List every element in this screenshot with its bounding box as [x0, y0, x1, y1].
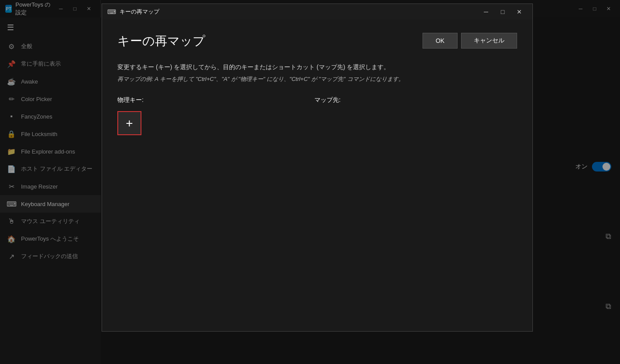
- physical-key-label: 物理キー:: [117, 96, 301, 104]
- modal-minimize-button[interactable]: ─: [478, 6, 494, 18]
- modal-header: キーの再マップ OK キャンセル: [117, 33, 517, 49]
- physical-key-column: 物理キー: +: [117, 96, 301, 135]
- modal-titlebar-left: ⌨ キーの再マップ: [107, 8, 159, 16]
- modal-action-buttons: OK キャンセル: [423, 33, 517, 49]
- modal-titlebar: ⌨ キーの再マップ ─ □ ✕: [102, 4, 532, 20]
- modal-example: 再マップの例: A キーを押して "Ctrl+C"、"A" が "物理キー" に…: [117, 75, 517, 83]
- modal-description: 変更するキー (キー) を選択してから、目的のキーまたはショートカット (マップ…: [117, 63, 517, 72]
- modal-close-button[interactable]: ✕: [511, 6, 527, 18]
- cancel-button[interactable]: キャンセル: [461, 33, 517, 49]
- map-dest-column: マップ先:: [314, 96, 498, 135]
- modal-maximize-button[interactable]: □: [495, 6, 511, 18]
- modal-heading: キーの再マップ: [117, 33, 205, 49]
- modal-columns: 物理キー: + マップ先:: [117, 96, 517, 135]
- modal-content: キーの再マップ OK キャンセル 変更するキー (キー) を選択してから、目的の…: [102, 20, 532, 331]
- ok-button[interactable]: OK: [423, 33, 458, 49]
- add-physical-key-button[interactable]: +: [117, 111, 141, 135]
- map-dest-label: マップ先:: [314, 96, 498, 104]
- modal-title-icon: ⌨: [107, 8, 116, 15]
- modal-window-controls: ─ □ ✕: [478, 6, 527, 18]
- remap-key-modal: ⌨ キーの再マップ ─ □ ✕ キーの再マップ OK キャンセル 変更するキー …: [102, 4, 533, 332]
- modal-title-text: キーの再マップ: [120, 8, 159, 16]
